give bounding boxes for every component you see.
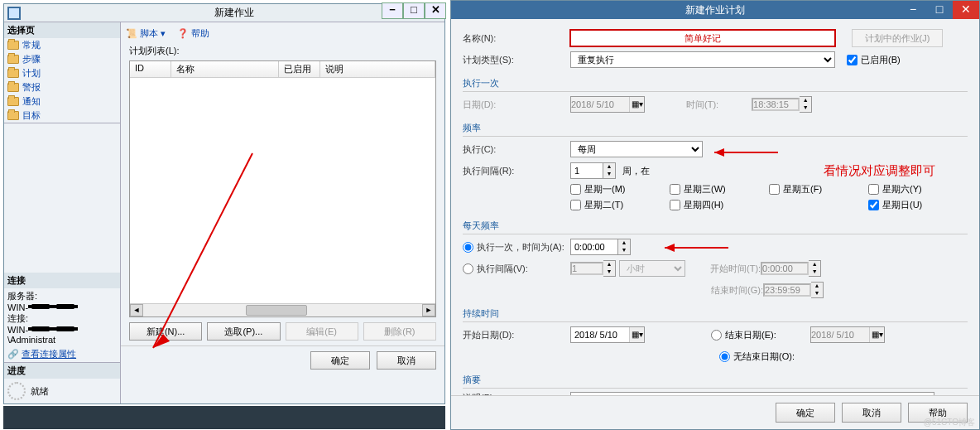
connection-value: WIN-	[7, 325, 28, 335]
titlebar[interactable]: 新建作业 − □ ✕	[4, 4, 444, 22]
no-end-date-radio[interactable]: 无结束日期(O):	[719, 350, 795, 363]
col-id[interactable]: ID	[130, 61, 171, 77]
titlebar[interactable]: 新建作业计划 − □ ✕	[451, 1, 979, 19]
script-link[interactable]: 📜 脚本 ▾	[126, 27, 166, 40]
name-input[interactable]	[570, 30, 835, 46]
spin-down-icon: ▼	[809, 268, 820, 276]
exec-select[interactable]: 每周	[570, 141, 703, 157]
dialog-buttons: 确定 取消	[121, 345, 444, 374]
maximize-button[interactable]: □	[926, 1, 953, 19]
calendar-icon[interactable]: ▦▾	[629, 327, 644, 342]
ok-button[interactable]: 确定	[776, 403, 835, 423]
watermark: @51CTO博客	[924, 417, 975, 428]
col-name[interactable]: 名称	[171, 61, 279, 77]
dialog-buttons: 确定 取消 帮助	[451, 395, 979, 429]
daily-once-radio[interactable]: 执行一次，时间为(A):	[463, 241, 570, 254]
daily-once-time[interactable]: ▲▼	[570, 239, 631, 255]
connection-block: 服务器: WIN- 连接: WIN-\Administrat 🔗 查看连接属性	[4, 288, 120, 362]
daily-end-label: 结束时间(G):	[711, 284, 763, 297]
new-button[interactable]: 新建(N)...	[129, 322, 202, 341]
table-header: ID 名称 已启用 说明	[130, 61, 435, 78]
once-date-label: 日期(D):	[463, 99, 570, 111]
minimize-button[interactable]: −	[900, 1, 926, 19]
delete-button: 删除(R)	[363, 322, 436, 341]
close-button[interactable]: ✕	[953, 1, 979, 19]
help-link[interactable]: ❓ 帮助	[177, 27, 209, 40]
chk-fri[interactable]: 星期五(F)	[769, 183, 868, 196]
folder-icon	[7, 41, 19, 50]
progress-status: 就绪	[31, 385, 49, 398]
redacted-icon	[28, 302, 78, 311]
chk-sat[interactable]: 星期六(Y)	[868, 183, 968, 196]
cancel-button[interactable]: 取消	[377, 351, 436, 370]
cancel-button[interactable]: 取消	[842, 403, 901, 423]
once-time-spinner: ▲▼	[752, 96, 812, 113]
select-page-header: 选择页	[4, 22, 120, 38]
left-pane: 选择页 常规 步骤 计划 警报 通知 目标 连接 服务器: WIN- 连接: W…	[4, 22, 120, 403]
end-date-picker: ▦▾	[810, 326, 885, 343]
chk-sun[interactable]: 星期日(U)	[868, 199, 968, 211]
app-icon	[7, 7, 21, 20]
spin-up-icon: ▲	[603, 261, 615, 268]
connection-label: 连接:	[7, 312, 117, 325]
freq-section-header: 频率	[463, 122, 968, 137]
daily-repeat-unit: 小时	[619, 260, 685, 277]
chk-wed[interactable]: 星期三(W)	[670, 183, 769, 196]
chk-tue[interactable]: 星期二(T)	[570, 199, 670, 211]
schedule-form: 名称(N): 计划中的作业(J) 计划类型(S): 重复执行 已启用(B) 执行…	[451, 19, 979, 395]
nav-general[interactable]: 常规	[4, 38, 120, 52]
exec-interval-spinner[interactable]: ▲▼	[570, 162, 616, 179]
spin-down-icon: ▼	[800, 104, 811, 112]
name-label: 名称(N):	[463, 32, 570, 45]
horizontal-scrollbar[interactable]: ◄ ►	[130, 303, 435, 316]
minimize-button[interactable]: −	[382, 2, 403, 19]
daily-start-label: 开始时间(T):	[710, 263, 761, 275]
view-conn-props-link[interactable]: 查看连接属性	[22, 349, 76, 359]
enabled-checkbox[interactable]: 已启用(B)	[847, 54, 901, 66]
pick-button[interactable]: 选取(P)...	[207, 322, 280, 341]
spin-down-icon[interactable]: ▼	[603, 171, 615, 178]
end-date-radio[interactable]: 结束日期(E):	[711, 329, 810, 341]
spin-down-icon[interactable]: ▼	[618, 247, 630, 254]
col-desc[interactable]: 说明	[320, 61, 435, 77]
maximize-button[interactable]: □	[403, 2, 425, 19]
once-time-label: 时间(T):	[686, 99, 718, 111]
window-buttons: − □ ✕	[382, 2, 446, 19]
schedule-type-select[interactable]: 重复执行	[570, 51, 835, 68]
once-section-header: 执行一次	[463, 77, 968, 92]
start-date-label: 开始日期(D):	[463, 329, 570, 341]
scroll-right-arrow[interactable]: ►	[422, 304, 435, 316]
nav-schedule[interactable]: 计划	[4, 66, 120, 80]
jobs-in-plan-button: 计划中的作业(J)	[852, 29, 943, 47]
start-date-picker[interactable]: ▦▾	[570, 326, 645, 343]
spin-up-icon[interactable]: ▲	[603, 163, 615, 171]
schedule-table[interactable]: ID 名称 已启用 说明 ◄ ►	[129, 60, 436, 317]
edit-button: 编辑(E)	[286, 322, 358, 341]
scroll-left-arrow[interactable]: ◄	[130, 304, 143, 316]
chk-thu[interactable]: 星期四(H)	[670, 199, 769, 211]
interval-unit: 周，在	[622, 165, 650, 177]
toolbar: 📜 脚本 ▾ ❓ 帮助	[121, 22, 444, 45]
table-body	[130, 78, 435, 303]
col-enabled[interactable]: 已启用	[279, 61, 320, 77]
spin-down-icon: ▼	[811, 290, 823, 297]
close-button[interactable]: ✕	[425, 2, 446, 19]
daily-repeat-spinner: ▲▼	[570, 260, 616, 277]
nav-notify[interactable]: 通知	[4, 94, 120, 109]
svg-rect-1	[9, 8, 19, 18]
connection-header: 连接	[4, 273, 120, 288]
nav-alerts[interactable]: 警报	[4, 80, 120, 94]
chk-mon[interactable]: 星期一(M)	[570, 183, 670, 196]
spin-up-icon: ▲	[811, 283, 823, 290]
window-buttons: − □ ✕	[900, 1, 979, 19]
nav-steps[interactable]: 步骤	[4, 52, 120, 66]
scroll-thumb[interactable]	[246, 305, 307, 316]
server-label: 服务器:	[7, 290, 117, 302]
daily-repeat-radio[interactable]: 执行间隔(V):	[463, 263, 570, 275]
spin-up-icon[interactable]: ▲	[618, 239, 630, 247]
nav-target[interactable]: 目标	[4, 109, 120, 123]
folder-icon	[7, 69, 19, 78]
daily-start-time: ▲▼	[761, 260, 821, 277]
exec-interval-label: 执行间隔(R):	[463, 165, 570, 177]
ok-button[interactable]: 确定	[310, 351, 370, 370]
